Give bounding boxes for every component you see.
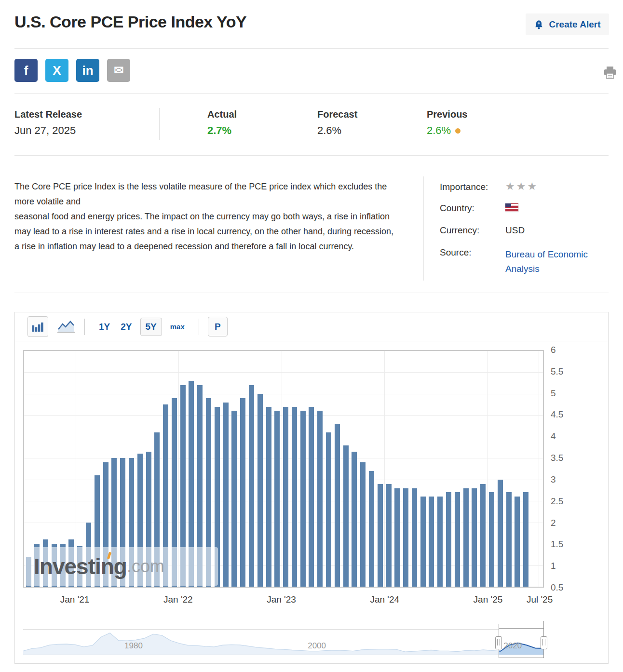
bar-2024-05 (420, 497, 426, 587)
x-tick-label: Jan '24 (370, 594, 399, 605)
x-tick-label: Jan '22 (163, 594, 193, 605)
x-tick-label: Jan '21 (60, 594, 90, 605)
bar-2024-04 (412, 488, 417, 587)
gridline (24, 394, 543, 394)
toolbar-divider (84, 319, 85, 335)
bar-2023-11 (369, 471, 374, 587)
bar-2022-10 (257, 394, 263, 587)
range-5y-button[interactable]: 5Y (140, 318, 162, 336)
create-alert-label: Create Alert (549, 19, 600, 30)
watermark-logo-text: Investing (34, 553, 127, 579)
create-alert-button[interactable]: Create Alert (526, 13, 609, 35)
linkedin-icon: in (82, 63, 93, 78)
navigator-right-handle[interactable] (541, 636, 547, 649)
divider (159, 108, 160, 140)
gridline (539, 351, 539, 587)
navigator-year-label: 1980 (124, 641, 143, 651)
facebook-share-button[interactable]: f (14, 59, 38, 82)
gridline (384, 351, 385, 587)
plot-area: Investing.com (23, 350, 544, 588)
y-tick-label: 0.5 (551, 582, 563, 593)
navigator-year-label: 2000 (308, 641, 326, 651)
source-link[interactable]: Bureau of Economic Analysis (505, 247, 609, 276)
currency-value: USD (505, 225, 525, 235)
revised-indicator-dot (455, 128, 460, 134)
bar-2024-01 (386, 484, 392, 587)
linkedin-share-button[interactable]: in (76, 59, 99, 82)
bar-2025-05 (523, 492, 528, 587)
divider (14, 155, 609, 156)
y-tick-label: 3 (551, 474, 556, 485)
x-tick-label: Jul '25 (527, 594, 553, 605)
watermark-logo-suffix: .com (127, 556, 164, 577)
currency-row: Currency:USD (440, 225, 525, 236)
page-title: U.S. Core PCE Price Index YoY (14, 13, 246, 31)
bar-2023-03 (300, 411, 306, 587)
bar-2023-09 (352, 452, 357, 587)
importance-row: Importance:★★★ (440, 180, 538, 193)
bar-2023-12 (378, 484, 383, 587)
source-row: Source:Bureau of Economic Analysis (440, 247, 609, 276)
x-tick-label: Jan '25 (474, 594, 503, 605)
importance-label: Importance: (440, 182, 505, 192)
bar-chart-type-button[interactable] (27, 316, 48, 337)
x-twitter-share-button[interactable]: X (45, 59, 68, 82)
latest-release-date: Jun 27, 2025 (14, 124, 76, 137)
bar-2024-09 (455, 492, 460, 587)
y-tick-label: 3.5 (551, 453, 563, 463)
y-tick-label: 5.5 (551, 366, 563, 377)
bar-2023-06 (326, 432, 331, 587)
email-share-button[interactable]: ✉ (107, 59, 130, 82)
bar-2025-04 (515, 497, 520, 587)
share-row: fXin✉ (14, 59, 130, 82)
divider (423, 176, 424, 281)
percent-mode-button[interactable]: P (208, 317, 228, 336)
range-navigator[interactable]: 198020002020 (23, 630, 544, 655)
bar-2024-06 (429, 497, 434, 587)
navigator-left-handle[interactable] (495, 636, 502, 649)
printer-icon (603, 66, 617, 80)
bar-2025-02 (498, 480, 503, 587)
actual-label: Actual (207, 109, 237, 120)
navigator-frame-line (23, 630, 499, 630)
y-tick-label: 5 (551, 388, 556, 399)
bar-2022-12 (274, 411, 280, 587)
gridline (487, 351, 488, 587)
range-2y-button[interactable]: 2Y (121, 322, 132, 332)
bar-2023-04 (309, 407, 314, 587)
bar-2024-08 (446, 492, 451, 587)
facebook-icon: f (24, 63, 28, 78)
line-chart-type-button[interactable] (56, 317, 76, 336)
bar-2024-10 (463, 488, 469, 587)
previous-label: Previous (427, 109, 467, 120)
source-label: Source: (440, 247, 505, 258)
bell-icon (534, 20, 544, 29)
navigator-selected-window[interactable] (499, 628, 544, 658)
range-1y-button[interactable]: 1Y (99, 322, 110, 332)
bar-2023-10 (360, 462, 366, 587)
y-tick-label: 4 (551, 431, 556, 442)
bar-2023-07 (335, 424, 340, 587)
line-chart-icon (57, 320, 75, 334)
y-tick-label: 2.5 (551, 496, 563, 507)
navigator-frame-line (23, 655, 544, 655)
bar-2022-11 (266, 407, 271, 587)
bar-2022-06 (223, 403, 229, 587)
bar-2025-01 (489, 492, 494, 587)
y-tick-label: 2 (551, 518, 556, 528)
divider (14, 48, 609, 49)
y-tick-label: 1.5 (551, 539, 563, 550)
bar-2022-07 (231, 411, 237, 587)
bar-2023-05 (317, 411, 323, 587)
us-flag-icon (505, 203, 518, 212)
bar-2025-03 (506, 492, 512, 587)
bar-2023-08 (343, 445, 349, 587)
toolbar-divider (199, 319, 199, 335)
x-twitter-icon: X (53, 63, 61, 78)
divider (14, 293, 609, 293)
print-button[interactable] (603, 66, 617, 82)
range-max-button[interactable]: max (170, 323, 185, 331)
y-tick-label: 1 (551, 561, 556, 571)
indicator-page: U.S. Core PCE Price Index YoY Create Ale… (0, 0, 623, 672)
x-tick-label: Jan '23 (267, 594, 296, 605)
